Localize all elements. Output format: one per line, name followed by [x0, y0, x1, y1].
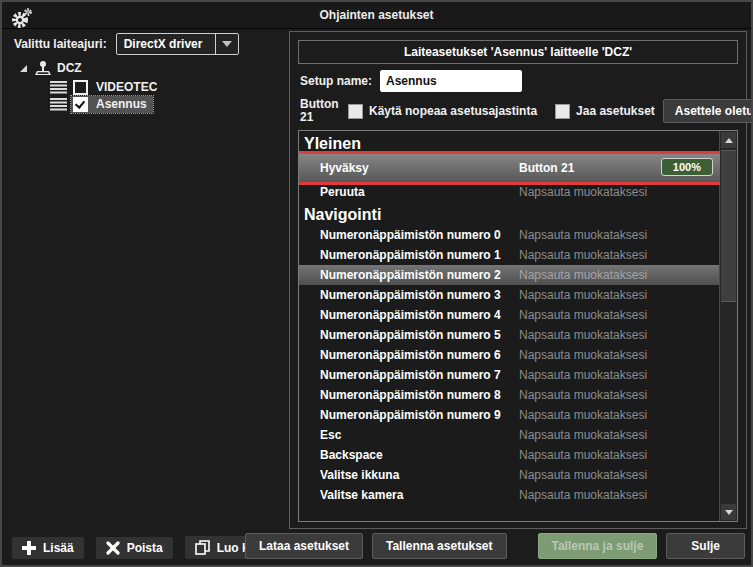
duplicate-icon: [195, 540, 210, 555]
share-settings-checkbox[interactable]: [555, 104, 570, 119]
remove-button[interactable]: Poista: [96, 537, 173, 559]
list-item-name: Backspace: [320, 448, 383, 462]
list-item[interactable]: Numeronäppäimistön numero 6Napsauta muok…: [299, 345, 720, 365]
list-item-value[interactable]: Napsauta muokataksesi: [519, 448, 647, 462]
list-item-name: Valitse ikkuna: [320, 468, 399, 482]
setup-name-input[interactable]: [380, 70, 522, 92]
section-header: Yleinen: [299, 131, 720, 154]
device-settings-panel: Laiteasetukset 'Asennus' laitteelle 'DCZ…: [289, 31, 747, 529]
list-item-value[interactable]: Napsauta muokataksesi: [519, 468, 647, 482]
scrollbar[interactable]: [719, 131, 737, 521]
settings-list: YleinenHyväksyButton 21100%PeruutaNapsau…: [299, 131, 720, 521]
tree-expander-icon[interactable]: [20, 65, 27, 72]
list-item-value[interactable]: Napsauta muokataksesi: [519, 308, 647, 322]
tree-node-videotec[interactable]: VIDEOTEC: [50, 79, 163, 95]
tree-node-videotec-label: VIDEOTEC: [92, 80, 161, 94]
list-item-name: Numeronäppäimistön numero 1: [320, 248, 501, 262]
bindings-listbox: YleinenHyväksyButton 21100%PeruutaNapsau…: [298, 130, 738, 522]
list-item-name: Esc: [320, 428, 341, 442]
panel-header-title: Laiteasetukset 'Asennus' laitteelle 'DCZ…: [404, 45, 632, 59]
list-item[interactable]: Numeronäppäimistön numero 8Napsauta muok…: [299, 385, 720, 405]
chevron-down-icon: [222, 41, 232, 47]
list-item-value[interactable]: Napsauta muokataksesi: [519, 488, 647, 502]
list-item-value[interactable]: Napsauta muokataksesi: [519, 268, 647, 282]
setup-name-label: Setup name:: [300, 74, 372, 88]
save-and-close-button[interactable]: Tallenna ja sulje: [538, 533, 658, 559]
list-item[interactable]: Numeronäppäimistön numero 0Napsauta muok…: [299, 225, 720, 245]
list-item[interactable]: Numeronäppäimistön numero 7Napsauta muok…: [299, 365, 720, 385]
list-item-name: Peruuta: [320, 185, 365, 199]
list-item-name: Numeronäppäimistön numero 6: [320, 348, 501, 362]
list-item-value[interactable]: Napsauta muokataksesi: [519, 348, 647, 362]
list-item-value[interactable]: Napsauta muokataksesi: [519, 368, 647, 382]
x-icon: [106, 541, 120, 555]
list-item-value[interactable]: Napsauta muokataksesi: [519, 185, 647, 199]
list-item-value[interactable]: Napsauta muokataksesi: [519, 328, 647, 342]
value-badge: 100%: [661, 158, 713, 176]
list-item-value[interactable]: Napsauta muokataksesi: [519, 408, 647, 422]
list-item-value[interactable]: Napsauta muokataksesi: [519, 288, 647, 302]
list-item[interactable]: Numeronäppäimistön numero 9Napsauta muok…: [299, 405, 720, 425]
driver-select-label: Valittu laiteajuri:: [14, 37, 107, 51]
scroll-down-button[interactable]: [721, 504, 736, 520]
list-item-name: Numeronäppäimistön numero 5: [320, 328, 501, 342]
setup-checkbox[interactable]: [73, 97, 88, 112]
list-item-name: Numeronäppäimistön numero 7: [320, 368, 501, 382]
panel-header: Laiteasetukset 'Asennus' laitteelle 'DCZ…: [298, 40, 738, 64]
driver-dropdown-value: DirectX driver: [117, 34, 215, 54]
list-item[interactable]: Numeronäppäimistön numero 5Napsauta muok…: [299, 325, 720, 345]
list-item[interactable]: Numeronäppäimistön numero 4Napsauta muok…: [299, 305, 720, 325]
title-bar: Ohjainten asetukset: [2, 2, 751, 29]
save-settings-button[interactable]: Tallenna asetukset: [372, 533, 507, 559]
list-item-value[interactable]: Napsauta muokataksesi: [519, 388, 647, 402]
fast-timer-checkbox-label: Käytä nopeaa asetusajastinta: [369, 104, 537, 118]
binding-button-label: Button 21: [300, 98, 348, 124]
list-item[interactable]: Numeronäppäimistön numero 3Napsauta muok…: [299, 285, 720, 305]
list-item-name: Hyväksy: [320, 161, 369, 175]
list-item-name: Numeronäppäimistön numero 8: [320, 388, 501, 402]
set-default-button[interactable]: Asettele oletus: [663, 99, 753, 123]
list-item[interactable]: HyväksyButton 21100%: [299, 154, 720, 182]
driver-dropdown[interactable]: DirectX driver: [116, 33, 239, 55]
section-header: Navigointi: [299, 202, 720, 225]
close-button[interactable]: Sulje: [666, 533, 745, 559]
triangle-up-icon: [725, 138, 733, 143]
joystick-icon: [34, 60, 52, 77]
list-item-name: Numeronäppäimistön numero 4: [320, 308, 501, 322]
tree-node-asennus[interactable]: Asennus: [50, 96, 163, 112]
setup-list-icon: [50, 80, 67, 94]
setup-checkbox[interactable]: [73, 80, 88, 95]
list-item-name: Numeronäppäimistön numero 3: [320, 288, 501, 302]
triangle-down-icon: [725, 510, 733, 515]
window-title: Ohjainten asetukset: [319, 8, 433, 22]
fast-timer-checkbox[interactable]: [348, 104, 363, 119]
list-item-name: Numeronäppäimistön numero 0: [320, 228, 501, 242]
list-item-name: Numeronäppäimistön numero 2: [320, 268, 501, 282]
controller-settings-window: Ohjainten asetukset Valittu laiteajuri: …: [0, 0, 753, 567]
tree-node-asennus-label: Asennus: [92, 97, 151, 111]
list-item-value[interactable]: Napsauta muokataksesi: [519, 228, 647, 242]
driver-dropdown-arrow-button[interactable]: [215, 34, 238, 54]
list-item[interactable]: BackspaceNapsauta muokataksesi: [299, 445, 720, 465]
list-item-value[interactable]: Button 21: [519, 161, 574, 175]
gears-icon: [11, 7, 33, 29]
tree-node-dcz[interactable]: DCZ: [20, 58, 163, 78]
list-item-value[interactable]: Napsauta muokataksesi: [519, 428, 647, 442]
list-item-value[interactable]: Napsauta muokataksesi: [519, 248, 647, 262]
list-item[interactable]: Numeronäppäimistön numero 1Napsauta muok…: [299, 245, 720, 265]
scrollbar-thumb[interactable]: [721, 150, 736, 302]
plus-icon: [22, 541, 36, 555]
setup-list-icon: [50, 97, 67, 111]
load-settings-button[interactable]: Lataa asetukset: [245, 533, 363, 559]
list-item[interactable]: EscNapsauta muokataksesi: [299, 425, 720, 445]
device-tree: DCZ VIDEOTEC: [20, 58, 163, 112]
list-item[interactable]: PeruutaNapsauta muokataksesi: [299, 182, 720, 202]
tree-node-dcz-label: DCZ: [57, 61, 82, 75]
list-item[interactable]: Numeronäppäimistön numero 2Napsauta muok…: [299, 265, 720, 285]
list-item[interactable]: Valitse ikkunaNapsauta muokataksesi: [299, 465, 720, 485]
scroll-up-button[interactable]: [721, 132, 736, 148]
list-item-name: Valitse kamera: [320, 488, 403, 502]
add-button[interactable]: Lisää: [12, 537, 84, 559]
list-item[interactable]: Valitse kameraNapsauta muokataksesi: [299, 485, 720, 505]
share-settings-checkbox-label: Jaa asetukset: [576, 104, 655, 118]
